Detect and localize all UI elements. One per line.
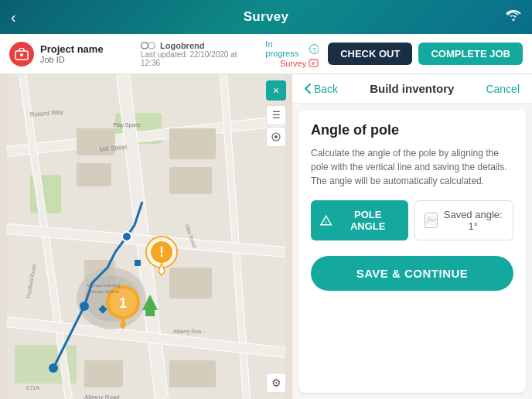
saved-angle-label: Saved angle: 1° — [442, 209, 503, 232]
main-content: ! 1 Roland Way Mill Street Villa Road Po… — [0, 74, 532, 399]
svg-rect-36 — [135, 260, 141, 266]
svg-text:E21A: E21A — [26, 385, 39, 390]
svg-point-35 — [122, 232, 131, 241]
svg-rect-47 — [145, 310, 155, 316]
back-button[interactable]: ‹ — [11, 9, 16, 26]
brand-info: Logobrend Last updated: 22/10/2020 at 12… — [141, 41, 257, 67]
svg-point-65 — [428, 217, 431, 220]
svg-text:Primary School: Primary School — [88, 289, 120, 294]
svg-text:!: ! — [326, 220, 327, 225]
project-text: Project name Job ID — [40, 43, 104, 64]
panel-title: Build inventory — [370, 82, 454, 95]
panel-back-button[interactable]: Back — [305, 83, 338, 95]
section-desc: Calculate the angle of the pole by align… — [311, 146, 513, 188]
svg-rect-26 — [169, 167, 212, 194]
svg-text:Play Space: Play Space — [113, 122, 141, 128]
panel-nav: Back Build inventory Cancel — [292, 74, 532, 104]
svg-rect-29 — [84, 360, 123, 387]
project-id: Job ID — [40, 55, 104, 64]
last-updated: Last updated: 22/10/2020 at 12:36 — [141, 50, 257, 67]
svg-point-34 — [80, 302, 89, 311]
svg-point-2 — [142, 43, 148, 49]
right-panel: Back Build inventory Cancel Angle of pol… — [292, 74, 532, 399]
svg-text:?: ? — [312, 46, 316, 53]
toolbar: Project name Job ID Logobrend Last updat… — [0, 34, 532, 74]
svg-rect-28 — [169, 268, 212, 298]
header: ‹ Survey — [0, 0, 532, 34]
svg-text:Albany Road: Albany Road — [84, 394, 120, 399]
saved-angle-button[interactable]: Saved angle: 1° — [414, 200, 513, 240]
svg-point-61 — [275, 135, 278, 138]
project-avatar — [9, 42, 34, 66]
wifi-icon — [506, 10, 521, 24]
map-area: ! 1 Roland Way Mill Street Villa Road Po… — [0, 74, 292, 399]
svg-rect-30 — [169, 360, 216, 387]
map-close-button[interactable]: × — [266, 80, 286, 101]
svg-rect-25 — [169, 128, 216, 159]
map-layers-button[interactable] — [266, 127, 286, 147]
panel-back-label: Back — [314, 83, 338, 95]
toolbar-right: In progress ? Survey CHECK OUT COMPLETE … — [265, 39, 523, 68]
complete-job-button[interactable]: COMPLETE JOB — [418, 43, 523, 65]
svg-text:Michael Harding: Michael Harding — [87, 283, 120, 288]
section-title: Angle of pole — [311, 122, 513, 138]
map-menu-button[interactable]: ☰ — [266, 105, 286, 125]
panel-body: Angle of pole Calculate the angle of the… — [298, 110, 526, 393]
header-title: Survey — [244, 9, 289, 25]
checkout-button[interactable]: CHECK OUT — [328, 43, 412, 65]
project-name: Project name — [40, 43, 104, 55]
panel-cancel-button[interactable]: Cancel — [486, 83, 520, 95]
map-tools: ☰ — [266, 105, 286, 147]
save-continue-button[interactable]: SAVE & CONTINUE — [311, 256, 513, 291]
pole-angle-button[interactable]: ! POLE ANGLE — [311, 200, 408, 240]
status-badge: In progress ? Survey — [265, 39, 319, 68]
svg-point-1 — [20, 53, 23, 56]
status-in-progress: In progress ? — [265, 39, 319, 58]
svg-rect-24 — [77, 163, 111, 186]
svg-point-33 — [49, 363, 58, 373]
svg-point-3 — [148, 43, 155, 49]
svg-text:!: ! — [159, 244, 164, 260]
svg-text:Albany Roa...: Albany Roa... — [173, 329, 206, 335]
angle-image-icon — [425, 213, 438, 228]
svg-text:1: 1 — [119, 295, 127, 311]
project-info: Project name Job ID — [9, 42, 133, 66]
action-buttons: ! POLE ANGLE Saved angle: 1° — [311, 200, 513, 240]
status-survey: Survey — [280, 58, 319, 68]
brand-logo: Logobrend — [141, 41, 257, 50]
map-settings-button[interactable]: ⚙ — [266, 373, 286, 393]
pole-angle-label: POLE ANGLE — [336, 209, 399, 232]
